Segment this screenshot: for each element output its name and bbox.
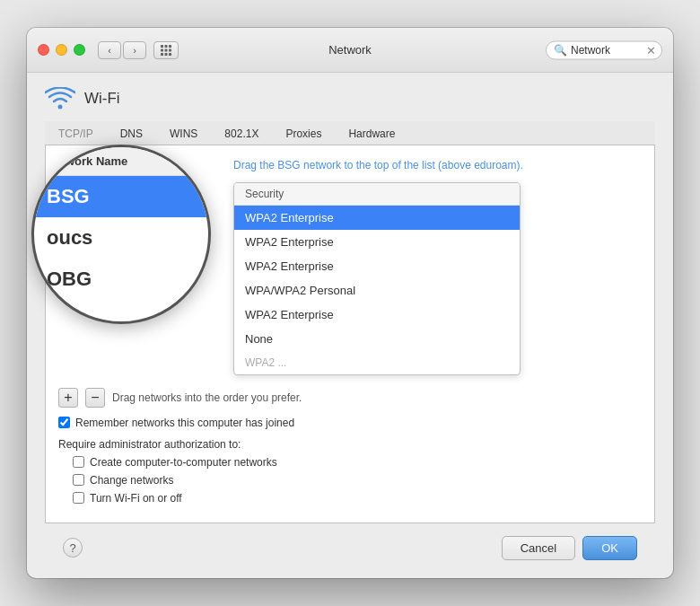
tab-hardware[interactable]: Hardware (335, 121, 408, 145)
turn-wifi-label: Turn Wi-Fi on or off (90, 492, 182, 505)
turn-wifi-row: Turn Wi-Fi on or off (73, 492, 642, 505)
network-list-area: Network Name BSG oucs OBG ——— Drag the B… (58, 158, 642, 375)
zoom-header: Network Name (34, 147, 208, 176)
add-remove-row: + − Drag networks into the order you pre… (58, 388, 642, 408)
change-networks-label: Change networks (90, 474, 173, 487)
right-panel: Drag the BSG network to the top of the l… (224, 158, 642, 375)
drag-hint: Drag networks into the order you prefer. (112, 391, 302, 404)
tab-8021x[interactable]: 802.1X (211, 121, 272, 145)
grid-icon (160, 44, 172, 57)
drag-instruction: Drag the BSG network to the top of the l… (233, 158, 642, 173)
bottom-controls: + − Drag networks into the order you pre… (58, 388, 642, 505)
zoom-item-oucs[interactable]: oucs (34, 217, 208, 259)
help-button[interactable]: ? (63, 538, 83, 558)
tab-tcpip[interactable]: TCP/IP (45, 121, 107, 145)
dropdown-item-3[interactable]: WPA/WPA2 Personal (234, 278, 520, 303)
footer: ? Cancel OK (45, 523, 655, 560)
svg-rect-0 (161, 45, 163, 48)
create-network-checkbox[interactable] (73, 456, 84, 468)
require-admin-label: Require administrator authorization to: (58, 438, 642, 451)
remember-networks-label: Remember networks this computer has join… (75, 417, 294, 429)
tab-wins[interactable]: WINS (156, 121, 211, 145)
svg-rect-3 (161, 48, 163, 51)
dropdown-item-6[interactable]: WPA2 ... (234, 351, 520, 374)
window-title: Network (328, 43, 372, 57)
search-input[interactable] (571, 44, 643, 57)
ok-button[interactable]: OK (582, 536, 637, 560)
change-networks-checkbox[interactable] (73, 474, 84, 486)
tab-proxies[interactable]: Proxies (272, 121, 335, 145)
dropdown-item-0[interactable]: WPA2 Enterprise (234, 206, 520, 230)
svg-rect-1 (165, 45, 168, 48)
search-icon: 🔍 (554, 44, 567, 57)
cancel-button[interactable]: Cancel (502, 536, 575, 560)
create-network-label: Create computer-to-computer networks (90, 456, 277, 469)
svg-rect-8 (169, 53, 171, 56)
svg-rect-2 (169, 45, 171, 48)
svg-rect-6 (161, 53, 163, 56)
zoom-item-bsg[interactable]: BSG (34, 176, 208, 217)
dropdown-item-5[interactable]: None (234, 327, 520, 351)
security-dropdown: Security WPA2 Enterprise WPA2 Enterprise… (233, 182, 521, 375)
maximize-button[interactable] (74, 44, 85, 56)
close-button[interactable] (38, 44, 49, 56)
back-icon: ‹ (108, 45, 111, 56)
remember-networks-row: Remember networks this computer has join… (58, 417, 642, 429)
zoom-circle: Network Name BSG oucs OBG ——— (31, 145, 211, 324)
traffic-lights (38, 44, 85, 56)
zoom-circle-wrapper: Network Name BSG oucs OBG ——— (31, 145, 211, 324)
search-box[interactable]: 🔍 ✕ (546, 40, 662, 59)
tab-dns[interactable]: DNS (107, 121, 156, 145)
search-clear-icon[interactable]: ✕ (646, 43, 656, 57)
admin-checkboxes: Create computer-to-computer networks Cha… (58, 456, 642, 505)
nav-buttons: ‹ › (98, 41, 146, 59)
wifi-header: Wi-Fi (45, 87, 655, 110)
create-network-row: Create computer-to-computer networks (73, 456, 642, 469)
remove-network-button[interactable]: − (85, 388, 105, 408)
zoom-item-partial: ——— (34, 300, 208, 323)
wifi-label: Wi-Fi (84, 90, 120, 108)
back-button[interactable]: ‹ (98, 41, 121, 59)
turn-wifi-checkbox[interactable] (73, 492, 84, 504)
change-networks-row: Change networks (73, 474, 642, 487)
titlebar: ‹ › Network 🔍 ✕ (27, 28, 673, 73)
minimize-button[interactable] (56, 44, 67, 56)
remember-networks-checkbox[interactable] (58, 417, 70, 428)
svg-rect-7 (165, 53, 168, 56)
dropdown-item-2[interactable]: WPA2 Enterprise (234, 254, 520, 278)
main-window: ‹ › Network 🔍 ✕ (27, 28, 673, 578)
tabs-row: TCP/IP DNS WINS 802.1X Proxies Hardware (45, 121, 655, 145)
svg-rect-5 (169, 48, 171, 51)
add-network-button[interactable]: + (58, 388, 78, 408)
content-area: Wi-Fi TCP/IP DNS WINS 802.1X Proxies Har… (27, 73, 673, 578)
dropdown-item-1[interactable]: WPA2 Enterprise (234, 230, 520, 254)
svg-point-9 (58, 105, 63, 110)
forward-button[interactable]: › (123, 41, 146, 59)
forward-icon: › (133, 45, 136, 56)
wifi-icon (45, 87, 75, 110)
action-buttons: Cancel OK (502, 536, 637, 560)
app-grid-button[interactable] (153, 41, 179, 59)
main-panel: Network Name BSG oucs OBG ——— Drag the B… (45, 145, 655, 523)
dropdown-header: Security (234, 183, 520, 206)
svg-rect-4 (165, 48, 168, 51)
dropdown-item-4[interactable]: WPA2 Enterprise (234, 303, 520, 327)
zoom-item-obg[interactable]: OBG (34, 259, 208, 300)
